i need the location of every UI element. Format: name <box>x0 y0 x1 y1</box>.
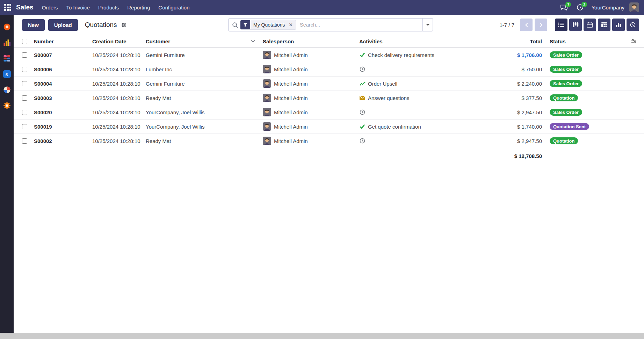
kanban-view-button[interactable] <box>569 19 582 31</box>
new-button[interactable]: New <box>22 19 45 31</box>
row-number[interactable]: S00004 <box>34 81 92 87</box>
row-customer[interactable]: YourCompany, Joel Willis <box>146 109 263 115</box>
row-total: $ 1,740.00 <box>483 124 545 130</box>
row-creation-date[interactable]: 10/25/2024 10:28:10 <box>92 109 146 115</box>
row-number[interactable]: S00019 <box>34 124 92 130</box>
row-checkbox-cell <box>14 52 34 58</box>
select-all-checkbox[interactable] <box>22 39 27 44</box>
orange-ring-app-icon[interactable] <box>3 23 11 31</box>
menu-item-configuration[interactable]: Configuration <box>154 0 194 15</box>
search-input[interactable] <box>296 22 422 28</box>
row-number[interactable]: S00002 <box>34 138 92 144</box>
graph-view-button[interactable] <box>612 19 625 31</box>
row-customer[interactable]: Gemini Furniture <box>146 52 263 58</box>
row-number[interactable]: S00020 <box>34 109 92 115</box>
activities-button[interactable]: 2 <box>574 1 586 14</box>
header-number[interactable]: Number <box>34 38 92 44</box>
table-row[interactable]: S00002 10/25/2024 10:28:10 Ready Mat Mit… <box>14 134 644 148</box>
row-creation-date[interactable]: 10/25/2024 10:28:10 <box>92 124 146 130</box>
header-customer[interactable]: Customer <box>146 38 263 44</box>
header-creation-date[interactable]: Creation Date <box>92 38 146 44</box>
table-row[interactable]: S00003 10/25/2024 10:28:10 Ready Mat Mit… <box>14 91 644 105</box>
menu-item-to-invoice[interactable]: To Invoice <box>62 0 94 15</box>
current-app-name[interactable]: Sales <box>16 3 34 11</box>
menu-item-products[interactable]: Products <box>94 0 123 15</box>
table-row[interactable]: S00007 10/25/2024 10:28:10 Gemini Furnit… <box>14 48 644 62</box>
row-customer[interactable]: Ready Mat <box>146 95 263 101</box>
row-creation-date[interactable]: 10/25/2024 10:28:10 <box>92 95 146 101</box>
row-checkbox[interactable] <box>22 95 27 101</box>
remove-facet-button[interactable]: ✕ <box>288 22 296 28</box>
user-avatar[interactable] <box>629 2 639 12</box>
row-customer[interactable]: Gemini Furniture <box>146 81 263 87</box>
view-switcher <box>555 19 639 31</box>
table-row[interactable]: S00019 10/25/2024 10:28:10 YourCompany, … <box>14 120 644 134</box>
row-number[interactable]: S00003 <box>34 95 92 101</box>
row-activity-cell[interactable] <box>359 109 483 115</box>
row-customer[interactable]: Lumber Inc <box>146 66 263 72</box>
app-rail: s <box>0 15 14 333</box>
row-checkbox-cell <box>14 138 34 144</box>
row-checkbox[interactable] <box>22 67 27 72</box>
pager-next-button[interactable] <box>535 19 547 31</box>
menu-item-orders[interactable]: Orders <box>38 0 62 15</box>
row-checkbox-cell <box>14 110 34 115</box>
pivot-view-button[interactable] <box>598 19 610 31</box>
table-row[interactable]: S00020 10/25/2024 10:28:10 YourCompany, … <box>14 105 644 120</box>
row-checkbox[interactable] <box>22 52 27 58</box>
table-row[interactable]: S00006 10/25/2024 10:28:10 Lumber Inc Mi… <box>14 62 644 77</box>
row-activity-cell[interactable]: Get quote confirmation <box>359 124 483 130</box>
row-creation-date[interactable]: 10/25/2024 10:28:10 <box>92 138 146 144</box>
row-status-cell: Quotation <box>545 94 627 101</box>
list-view-button[interactable] <box>555 19 567 31</box>
search-bar[interactable]: My Quotations ✕ <box>228 18 423 31</box>
row-salesperson-cell[interactable]: Mitchell Admin <box>263 94 359 102</box>
pager-previous-button[interactable] <box>520 19 533 31</box>
row-salesperson-cell[interactable]: Mitchell Admin <box>263 51 359 59</box>
header-status[interactable]: Status <box>545 38 627 44</box>
row-creation-date[interactable]: 10/25/2024 10:28:10 <box>92 52 146 58</box>
row-checkbox[interactable] <box>22 110 27 115</box>
row-salesperson-cell[interactable]: Mitchell Admin <box>263 108 359 116</box>
header-activities[interactable]: Activities <box>359 38 483 44</box>
row-checkbox[interactable] <box>22 124 27 129</box>
header-salesperson[interactable]: Salesperson <box>263 38 359 44</box>
row-creation-date[interactable]: 10/25/2024 10:28:10 <box>92 66 146 72</box>
row-customer[interactable]: YourCompany, Joel Willis <box>146 124 263 130</box>
row-salesperson-cell[interactable]: Mitchell Admin <box>263 79 359 88</box>
upload-button[interactable]: Upload <box>48 19 78 31</box>
row-salesperson-cell[interactable]: Mitchell Admin <box>263 122 359 131</box>
row-activity-cell[interactable]: Check delivery requirements <box>359 52 483 58</box>
row-checkbox[interactable] <box>22 138 27 144</box>
row-creation-date[interactable]: 10/25/2024 10:28:10 <box>92 81 146 87</box>
row-number[interactable]: S00007 <box>34 52 92 58</box>
row-customer[interactable]: Ready Mat <box>146 138 263 144</box>
salesperson-name: Mitchell Admin <box>274 124 308 130</box>
apps-menu-button[interactable] <box>0 0 15 15</box>
row-activity-cell[interactable]: Order Upsell <box>359 81 483 87</box>
table-row[interactable]: S00004 10/25/2024 10:28:10 Gemini Furnit… <box>14 77 644 91</box>
pie-chart-app-icon[interactable] <box>3 86 11 94</box>
calendar-view-button[interactable] <box>584 19 596 31</box>
messages-button[interactable]: 7 <box>558 1 570 14</box>
odoo-app: Sales Orders To Invoice Products Reporti… <box>0 0 644 339</box>
row-activity-cell[interactable]: Answer questions <box>359 95 483 101</box>
gear-app-icon[interactable] <box>3 102 11 109</box>
sales-app-icon[interactable]: s <box>3 70 11 78</box>
menu-item-reporting[interactable]: Reporting <box>123 0 154 15</box>
search-options-caret[interactable] <box>423 18 433 31</box>
bar-chart-app-icon[interactable] <box>3 39 11 46</box>
header-total[interactable]: Total <box>483 38 545 44</box>
optional-columns-icon[interactable] <box>631 39 637 44</box>
activity-view-button[interactable] <box>627 19 639 31</box>
row-salesperson-cell[interactable]: Mitchell Admin <box>263 137 359 145</box>
company-switcher[interactable]: YourCompany <box>591 5 624 10</box>
row-checkbox[interactable] <box>22 81 27 86</box>
row-activity-cell[interactable] <box>359 66 483 72</box>
row-activity-cell[interactable] <box>359 138 483 144</box>
action-gear-icon[interactable] <box>121 22 126 28</box>
row-salesperson-cell[interactable]: Mitchell Admin <box>263 65 359 73</box>
navbar-left: Sales Orders To Invoice Products Reporti… <box>0 0 194 15</box>
colored-grid-app-icon[interactable] <box>3 55 11 62</box>
row-number[interactable]: S00006 <box>34 66 92 72</box>
